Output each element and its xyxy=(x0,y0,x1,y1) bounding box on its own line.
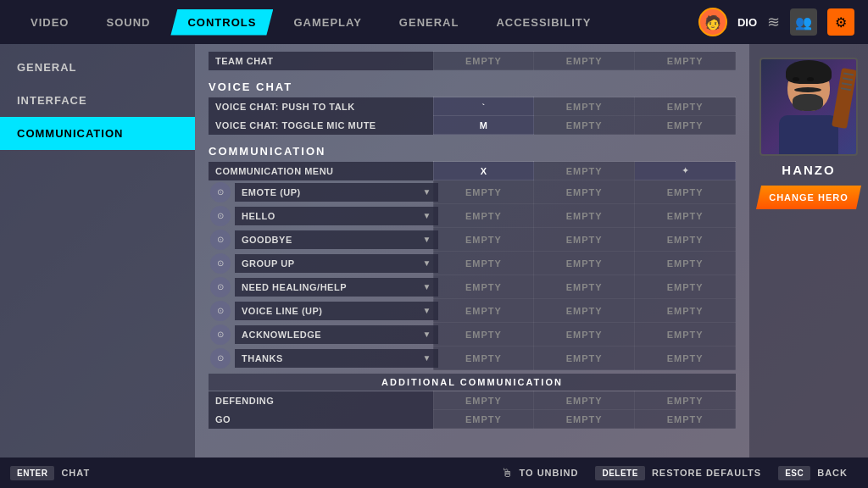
voice-line-label[interactable]: VOICE LINE (UP) ▼ xyxy=(235,302,438,320)
group-up-icon: ⊙ xyxy=(210,253,231,274)
hello-label[interactable]: HELLO ▼ xyxy=(235,207,438,225)
chat-action-label: CHAT xyxy=(61,468,90,478)
mouse-icon: 🖱 xyxy=(501,466,513,480)
sidebar-item-general[interactable]: GENERAL xyxy=(0,51,195,84)
chevron-down-icon: ▼ xyxy=(423,235,431,244)
goodbye-label[interactable]: GOODBYE ▼ xyxy=(235,230,438,249)
defending-key3[interactable]: EMPTY xyxy=(635,391,736,410)
content-area: TEAM CHAT EMPTY EMPTY EMPTY VOICE CHAT V… xyxy=(195,44,749,458)
unbind-label: TO UNBIND xyxy=(520,468,579,478)
voice-line-key1[interactable]: EMPTY xyxy=(433,299,534,323)
table-row: ⊙ GROUP UP ▼ EMPTY EMPTY EMPTY xyxy=(209,252,736,275)
goodbye-key2[interactable]: EMPTY xyxy=(534,228,635,252)
toggle-mic-key1[interactable]: M xyxy=(433,116,534,135)
signal-icon: ≋ xyxy=(767,13,780,31)
tab-gameplay[interactable]: GAMEPLAY xyxy=(276,9,378,36)
thanks-key2[interactable]: EMPTY xyxy=(534,347,635,370)
voice-line-icon: ⊙ xyxy=(210,301,231,321)
hello-key1[interactable]: EMPTY xyxy=(433,204,534,228)
toggle-mic-key3[interactable]: EMPTY xyxy=(635,116,736,135)
thanks-key1[interactable]: EMPTY xyxy=(433,347,534,370)
emote-up-key2[interactable]: EMPTY xyxy=(534,180,635,204)
tab-controls[interactable]: CONTROLS xyxy=(170,9,273,36)
need-healing-key1[interactable]: EMPTY xyxy=(433,275,534,299)
chevron-down-icon: ▼ xyxy=(423,258,431,268)
chevron-down-icon: ▼ xyxy=(423,306,431,315)
hero-portrait xyxy=(760,58,858,156)
table-row: ⊙ THANKS ▼ EMPTY EMPTY EMPTY xyxy=(209,347,736,370)
emote-up-key3[interactable]: EMPTY xyxy=(635,180,736,204)
group-up-key1[interactable]: EMPTY xyxy=(433,252,534,275)
table-row: ⊙ NEED HEALING/HELP ▼ EMPTY EMPTY EMPTY xyxy=(209,275,736,299)
avatar: 🧑 xyxy=(698,8,727,36)
team-chat-key3[interactable]: EMPTY xyxy=(635,52,736,70)
team-chat-section: TEAM CHAT EMPTY EMPTY EMPTY xyxy=(209,51,736,70)
group-up-key2[interactable]: EMPTY xyxy=(534,252,635,275)
acknowledge-key2[interactable]: EMPTY xyxy=(534,323,635,347)
team-chat-key1[interactable]: EMPTY xyxy=(433,52,534,70)
sidebar-item-communication[interactable]: COMMUNICATION xyxy=(0,117,195,150)
tab-general[interactable]: GENERAL xyxy=(382,9,476,36)
toggle-mic-key2[interactable]: EMPTY xyxy=(534,116,635,135)
group-up-key3[interactable]: EMPTY xyxy=(635,252,736,275)
sidebar-item-interface[interactable]: INTERFACE xyxy=(0,84,195,117)
change-hero-button[interactable]: CHANGE HERO xyxy=(756,186,861,209)
go-key3[interactable]: EMPTY xyxy=(635,410,736,429)
need-healing-label[interactable]: NEED HEALING/HELP ▼ xyxy=(235,278,438,297)
tab-accessibility[interactable]: ACCESSIBILITY xyxy=(479,9,608,36)
restore-defaults-label: RESTORE DEFAULTS xyxy=(652,468,761,478)
comm-menu-key1[interactable]: X xyxy=(433,162,534,180)
go-key1[interactable]: EMPTY xyxy=(433,410,534,429)
comm-menu-key2[interactable]: EMPTY xyxy=(534,162,635,180)
defending-key2[interactable]: EMPTY xyxy=(534,391,635,410)
hello-key3[interactable]: EMPTY xyxy=(635,204,736,228)
emote-up-label[interactable]: EMOTE (UP) ▼ xyxy=(235,183,438,202)
acknowledge-key3[interactable]: EMPTY xyxy=(635,323,736,347)
acknowledge-icon: ⊙ xyxy=(210,324,231,345)
chevron-down-icon: ▼ xyxy=(423,211,431,220)
chevron-down-icon: ▼ xyxy=(423,330,431,339)
emote-up-icon: ⊙ xyxy=(210,182,231,202)
acknowledge-key1[interactable]: EMPTY xyxy=(433,323,534,347)
top-navigation: VIDEO SOUND CONTROLS GAMEPLAY GENERAL AC… xyxy=(0,0,868,44)
thanks-label[interactable]: THANKS ▼ xyxy=(235,349,438,368)
chevron-down-icon: ▼ xyxy=(423,353,431,363)
hello-key2[interactable]: EMPTY xyxy=(534,204,635,228)
social-icon[interactable]: 👥 xyxy=(790,8,817,36)
go-key2[interactable]: EMPTY xyxy=(534,410,635,429)
emote-up-key1[interactable]: EMPTY xyxy=(433,180,534,204)
back-label: BACK xyxy=(817,468,848,478)
communication-table: COMMUNICATION MENU X EMPTY ✦ ⊙ EMOTE (UP… xyxy=(209,161,736,370)
username: DIO xyxy=(737,16,757,29)
main-area: GENERAL INTERFACE COMMUNICATION TEAM CHA… xyxy=(0,44,868,458)
comm-menu-key3[interactable]: ✦ xyxy=(635,162,736,180)
thanks-key3[interactable]: EMPTY xyxy=(635,347,736,370)
bottom-right-controls: 🖱 TO UNBIND DELETE RESTORE DEFAULTS ESC … xyxy=(501,466,859,480)
acknowledge-label[interactable]: ACKNOWLEDGE ▼ xyxy=(235,325,438,344)
team-chat-key2[interactable]: EMPTY xyxy=(534,52,635,70)
tab-sound[interactable]: SOUND xyxy=(89,9,167,36)
enter-key: ENTER xyxy=(10,466,54,480)
need-healing-icon: ⊙ xyxy=(210,277,231,297)
need-healing-key3[interactable]: EMPTY xyxy=(635,275,736,299)
voice-chat-table: VOICE CHAT: PUSH TO TALK ` EMPTY EMPTY V… xyxy=(209,97,736,135)
defending-label: DEFENDING xyxy=(209,391,433,410)
toggle-mic-label: VOICE CHAT: TOGGLE MIC MUTE xyxy=(209,116,433,135)
voice-line-key3[interactable]: EMPTY xyxy=(635,299,736,323)
defending-key1[interactable]: EMPTY xyxy=(433,391,534,410)
goodbye-key3[interactable]: EMPTY xyxy=(635,228,736,252)
delete-key: DELETE xyxy=(595,466,644,480)
goodbye-icon: ⊙ xyxy=(210,230,231,250)
need-healing-key2[interactable]: EMPTY xyxy=(534,275,635,299)
group-up-label[interactable]: GROUP UP ▼ xyxy=(235,254,438,273)
go-label: GO xyxy=(209,410,433,429)
goodbye-key1[interactable]: EMPTY xyxy=(433,228,534,252)
menu-icon[interactable]: ⚙ xyxy=(827,8,854,36)
voice-chat-header: VOICE CHAT xyxy=(209,74,736,97)
voice-line-key2[interactable]: EMPTY xyxy=(534,299,635,323)
push-to-talk-key2[interactable]: EMPTY xyxy=(534,97,635,116)
table-row: ⊙ GOODBYE ▼ EMPTY EMPTY EMPTY xyxy=(209,228,736,252)
push-to-talk-key3[interactable]: EMPTY xyxy=(635,97,736,116)
tab-video[interactable]: VIDEO xyxy=(14,9,86,36)
push-to-talk-key1[interactable]: ` xyxy=(433,97,534,116)
